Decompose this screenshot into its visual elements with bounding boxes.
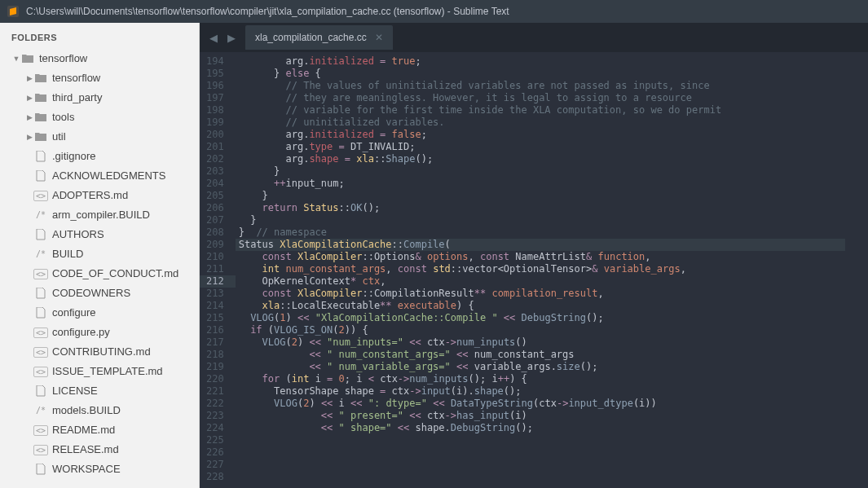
code-line[interactable]: // they are meaningless. However, it is … xyxy=(236,92,845,104)
code-line[interactable]: << " num_constant_args=" << num_constant… xyxy=(236,349,845,361)
code-line[interactable]: arg.initialized = true; xyxy=(236,55,845,68)
code-line[interactable]: arg.type = DT_INVALID; xyxy=(236,141,845,153)
tree-item-label: third_party xyxy=(52,90,102,105)
minimap[interactable] xyxy=(845,52,868,488)
code-line[interactable]: if (VLOG_IS_ON(2)) { xyxy=(236,324,845,336)
tree-item-label: ACKNOWLEDGMENTS xyxy=(52,169,165,183)
file-item[interactable]: /*models.BUILD xyxy=(0,401,199,420)
folder-item[interactable]: ▶util xyxy=(0,127,199,147)
code-line[interactable]: arg.initialized = false; xyxy=(236,129,845,141)
tab-active[interactable]: xla_compilation_cache.cc ✕ xyxy=(245,25,393,50)
chevron-icon[interactable]: ▶ xyxy=(24,90,34,105)
tree-item-label: CODEOWNERS xyxy=(52,286,130,301)
folder-item[interactable]: ▼tensorflow xyxy=(0,49,199,68)
file-icon: <> xyxy=(34,268,47,279)
code-line[interactable]: VLOG(2) << "num_inputs=" << ctx->num_inp… xyxy=(236,336,845,349)
tree-item-label: models.BUILD xyxy=(52,403,121,418)
tree-item-label: tools xyxy=(52,110,74,125)
code-editor[interactable]: arg.initialized = true; } else { // The … xyxy=(236,52,845,488)
sidebar[interactable]: FOLDERS ▼tensorflow▶tensorflow▶third_par… xyxy=(0,23,200,488)
nav-forward-icon[interactable]: ▶ xyxy=(224,30,239,46)
file-item[interactable]: <>configure.py xyxy=(0,323,199,342)
file-icon xyxy=(34,385,47,397)
file-item[interactable]: <>ISSUE_TEMPLATE.md xyxy=(0,362,199,381)
code-line[interactable]: int num_constant_args, const std::vector… xyxy=(236,263,845,275)
close-icon[interactable]: ✕ xyxy=(375,32,383,43)
file-item[interactable]: WORKSPACE xyxy=(0,459,199,479)
code-line[interactable]: ++input_num; xyxy=(236,178,845,190)
folder-item[interactable]: ▶tensorflow xyxy=(0,68,199,88)
code-line[interactable]: } // namespace xyxy=(236,226,845,239)
file-icon: /* xyxy=(34,405,47,416)
tree-item-label: CONTRIBUTING.md xyxy=(52,345,151,359)
code-line[interactable]: // uninitialized variables. xyxy=(236,117,845,129)
file-item[interactable]: LICENSE xyxy=(0,381,199,401)
file-icon xyxy=(34,307,47,319)
editor-area: ◀ ▶ xla_compilation_cache.cc ✕ 194195196… xyxy=(200,23,868,488)
file-item[interactable]: <>ADOPTERS.md xyxy=(0,186,199,205)
tree-item-label: ADOPTERS.md xyxy=(52,188,128,203)
file-item[interactable]: .gitignore xyxy=(0,147,199,166)
file-icon: /* xyxy=(34,209,47,221)
main-container: FOLDERS ▼tensorflow▶tensorflow▶third_par… xyxy=(0,23,868,488)
chevron-icon[interactable]: ▼ xyxy=(11,51,21,66)
tree-item-label: configure xyxy=(52,306,95,320)
code-line[interactable]: } xyxy=(236,214,845,226)
code-line[interactable]: const XlaCompiler::Options& options, con… xyxy=(236,251,845,263)
code-line[interactable]: // The values of uninitialized variables… xyxy=(236,80,845,92)
tabbar: ◀ ▶ xla_compilation_cache.cc ✕ xyxy=(200,23,868,52)
window-title: C:\Users\will\Documents\tensorflow\tenso… xyxy=(26,6,509,17)
code-line[interactable]: // variable for the first time inside th… xyxy=(236,104,845,117)
code-line[interactable]: << " shape=" << shape.DebugString(); xyxy=(236,422,845,434)
tree-item-label: tensorflow xyxy=(52,71,100,86)
nav-back-icon[interactable]: ◀ xyxy=(206,30,221,46)
code-container: 1941951961971981992002012022032042052062… xyxy=(200,52,868,488)
folder-item[interactable]: ▶third_party xyxy=(0,88,199,108)
code-line[interactable]: } xyxy=(236,190,845,202)
code-line[interactable]: } xyxy=(236,165,845,178)
sidebar-header: FOLDERS xyxy=(0,29,199,49)
file-item[interactable]: CODEOWNERS xyxy=(0,284,199,303)
folder-item[interactable]: ▶tools xyxy=(0,108,199,127)
file-item[interactable]: /*BUILD xyxy=(0,244,199,264)
code-line[interactable]: << " num_variable_args=" << variable_arg… xyxy=(236,361,845,373)
file-icon: <> xyxy=(34,327,47,338)
folder-icon xyxy=(34,112,47,123)
file-item[interactable]: ACKNOWLEDGMENTS xyxy=(0,166,199,186)
file-item[interactable]: configure xyxy=(0,303,199,323)
file-item[interactable]: /*arm_compiler.BUILD xyxy=(0,205,199,225)
code-line[interactable]: return Status::OK(); xyxy=(236,202,845,214)
tree-item-label: tensorflow xyxy=(39,51,87,66)
code-line[interactable]: } else { xyxy=(236,68,845,80)
file-icon xyxy=(34,288,47,299)
file-item[interactable]: AUTHORS xyxy=(0,225,199,244)
file-icon: <> xyxy=(34,444,47,455)
code-line[interactable]: TensorShape shape = ctx->input(i).shape(… xyxy=(236,385,845,398)
file-item[interactable]: <>RELEASE.md xyxy=(0,440,199,459)
gutter: 1941951961971981992002012022032042052062… xyxy=(200,52,236,488)
code-line[interactable]: xla::LocalExecutable** executable) { xyxy=(236,300,845,312)
chevron-icon[interactable]: ▶ xyxy=(24,71,34,86)
code-line[interactable]: << " present=" << ctx->has_input(i) xyxy=(236,410,845,422)
chevron-icon[interactable]: ▶ xyxy=(24,110,34,125)
code-line[interactable]: arg.shape = xla::Shape(); xyxy=(236,153,845,165)
file-icon: /* xyxy=(34,248,47,260)
file-item[interactable]: <>CONTRIBUTING.md xyxy=(0,342,199,362)
file-item[interactable]: <>README.md xyxy=(0,420,199,440)
app-icon xyxy=(7,5,20,18)
tab-label: xla_compilation_cache.cc xyxy=(255,32,367,43)
tree-item-label: BUILD xyxy=(52,247,83,262)
folder-icon xyxy=(21,53,34,64)
code-line[interactable]: Status XlaCompilationCache::Compile( xyxy=(236,239,845,251)
tree-item-label: .gitignore xyxy=(52,149,95,164)
folder-icon xyxy=(34,131,47,143)
code-line[interactable]: OpKernelContext* ctx, xyxy=(236,275,845,288)
tree-item-label: WORKSPACE xyxy=(52,462,121,477)
chevron-icon[interactable]: ▶ xyxy=(24,130,34,144)
code-line[interactable]: const XlaCompiler::CompilationResult** c… xyxy=(236,288,845,300)
code-line[interactable]: for (int i = 0; i < ctx->num_inputs(); i… xyxy=(236,373,845,385)
code-line[interactable]: VLOG(1) << "XlaCompilationCache::Compile… xyxy=(236,312,845,324)
file-item[interactable]: <>CODE_OF_CONDUCT.md xyxy=(0,264,199,284)
code-line[interactable]: VLOG(2) << i << ": dtype=" << DataTypeSt… xyxy=(236,398,845,410)
folder-icon xyxy=(34,92,47,103)
